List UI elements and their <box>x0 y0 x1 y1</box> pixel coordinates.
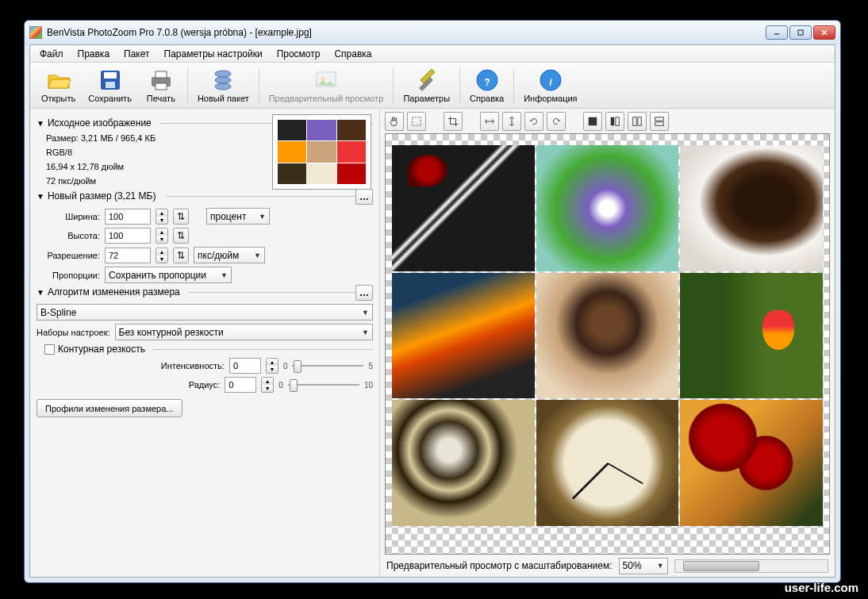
save-icon <box>98 67 123 93</box>
flip-h-button[interactable] <box>480 112 499 131</box>
preview-canvas[interactable] <box>385 133 830 555</box>
layout-split-h-button[interactable] <box>605 112 624 131</box>
chevron-down-icon: ▼ <box>254 252 261 259</box>
zoom-combo[interactable]: 50%▼ <box>619 558 668 574</box>
open-button[interactable]: Открыть <box>35 64 82 107</box>
pan-tool-button[interactable] <box>385 112 404 131</box>
width-lock-button[interactable]: ⇅ <box>173 209 189 225</box>
radius-label: Радиус: <box>189 380 221 390</box>
resolution-lock-button[interactable]: ⇅ <box>173 248 189 263</box>
intensity-max: 5 <box>368 362 373 371</box>
layout-split-v-button[interactable] <box>628 112 647 131</box>
help-icon: ? <box>474 67 500 93</box>
proportions-combo[interactable]: Сохранить пропорции▼ <box>105 267 232 283</box>
preview-icon <box>313 67 339 93</box>
width-label: Ширина: <box>36 212 100 221</box>
app-icon <box>29 26 42 39</box>
resize-method-combo[interactable]: B-Spline▼ <box>36 304 373 321</box>
preview-scrollbar[interactable] <box>674 559 828 573</box>
menu-help[interactable]: Справка <box>328 47 378 61</box>
resolution-input[interactable] <box>105 248 151 263</box>
menu-edit[interactable]: Правка <box>71 47 117 61</box>
crop-button[interactable] <box>444 112 463 131</box>
width-spinner[interactable]: ▲▼ <box>156 209 168 225</box>
help-button[interactable]: ?Справка <box>463 64 510 107</box>
intensity-input[interactable] <box>229 358 261 374</box>
height-input[interactable] <box>105 228 151 244</box>
spin-up-icon[interactable]: ▲ <box>156 209 167 217</box>
printer-icon <box>148 67 174 93</box>
window-title: BenVista PhotoZoom Pro 7.0.8 (wersja pró… <box>47 27 766 38</box>
spin-up-icon[interactable]: ▲ <box>267 359 278 366</box>
toolbar-separator <box>187 68 188 103</box>
spin-up-icon[interactable]: ▲ <box>262 378 273 385</box>
chevron-down-icon: ▼ <box>221 271 228 279</box>
intensity-slider[interactable] <box>292 359 363 373</box>
svg-rect-23 <box>633 117 636 126</box>
toolbar-separator <box>513 68 514 103</box>
spin-up-icon[interactable]: ▲ <box>156 228 167 236</box>
maximize-button[interactable] <box>789 25 812 40</box>
radius-spinner[interactable]: ▲▼ <box>261 377 274 393</box>
main-toolbar: Открыть Сохранить Печать Новый пакет Пре… <box>30 63 835 109</box>
resolution-unit-combo[interactable]: пкс/дюйм▼ <box>194 247 265 263</box>
select-tool-button[interactable] <box>407 112 426 131</box>
close-button[interactable] <box>813 25 835 40</box>
source-thumbnail[interactable] <box>272 114 371 190</box>
height-label: Высота: <box>36 231 100 240</box>
height-lock-button[interactable]: ⇅ <box>173 228 189 244</box>
radius-max: 10 <box>364 381 373 390</box>
spin-up-icon[interactable]: ▲ <box>156 248 167 255</box>
svg-rect-26 <box>655 122 664 125</box>
chevron-down-icon: ▼ <box>657 562 664 570</box>
svg-rect-5 <box>104 72 117 79</box>
info-icon: i <box>538 67 563 93</box>
presets-combo[interactable]: Без контурной резкости▼ <box>115 324 373 340</box>
spin-down-icon[interactable]: ▼ <box>267 366 278 373</box>
titlebar[interactable]: BenVista PhotoZoom Pro 7.0.8 (wersja pró… <box>25 21 840 44</box>
chevron-down-icon: ▼ <box>362 309 369 317</box>
radius-slider[interactable] <box>288 378 359 392</box>
info-button[interactable]: iИнформация <box>517 64 583 107</box>
layout-stack-button[interactable] <box>650 112 669 131</box>
spin-down-icon[interactable]: ▼ <box>156 255 167 263</box>
resize-profiles-button[interactable]: Профили изменения размера... <box>36 399 182 417</box>
width-input[interactable] <box>105 209 151 225</box>
svg-point-10 <box>215 71 231 77</box>
spin-down-icon[interactable]: ▼ <box>262 385 273 392</box>
preview-button[interactable]: Предварительный просмотр <box>263 64 390 107</box>
print-button[interactable]: Печать <box>138 64 184 107</box>
save-button[interactable]: Сохранить <box>82 64 138 107</box>
svg-rect-24 <box>638 117 641 126</box>
new-batch-button[interactable]: Новый пакет <box>191 64 255 107</box>
menu-view[interactable]: Просмотр <box>271 47 327 61</box>
preview-toolbar <box>380 109 835 133</box>
radius-min: 0 <box>278 381 283 390</box>
spin-down-icon[interactable]: ▼ <box>156 236 167 243</box>
link-icon: ⇅ <box>177 230 185 241</box>
rotate-right-button[interactable] <box>547 112 566 131</box>
intensity-spinner[interactable]: ▲▼ <box>266 358 278 374</box>
rotate-left-button[interactable] <box>524 112 543 131</box>
spin-down-icon[interactable]: ▼ <box>156 217 167 224</box>
svg-rect-6 <box>106 82 115 88</box>
menu-batch[interactable]: Пакет <box>117 47 156 61</box>
minimize-button[interactable] <box>766 25 788 40</box>
params-button[interactable]: Параметры <box>397 64 456 107</box>
newsize-more-button[interactable]: … <box>355 189 373 205</box>
radius-input[interactable] <box>225 377 256 393</box>
svg-rect-20 <box>589 117 597 126</box>
unsharp-header[interactable]: Контурная резкость <box>44 344 373 355</box>
folder-open-icon <box>46 67 71 93</box>
menu-settings[interactable]: Параметры настройки <box>158 47 269 61</box>
flip-v-button[interactable] <box>502 112 521 131</box>
layout-single-button[interactable] <box>583 112 602 131</box>
resize-more-button[interactable]: … <box>355 285 373 301</box>
toolbar-separator <box>393 68 394 103</box>
unsharp-checkbox[interactable] <box>44 344 55 355</box>
height-spinner[interactable]: ▲▼ <box>156 228 168 244</box>
svg-rect-8 <box>156 71 167 78</box>
resolution-spinner[interactable]: ▲▼ <box>156 248 168 263</box>
menu-file[interactable]: Файл <box>33 47 70 61</box>
size-unit-combo[interactable]: процент▼ <box>206 208 270 225</box>
